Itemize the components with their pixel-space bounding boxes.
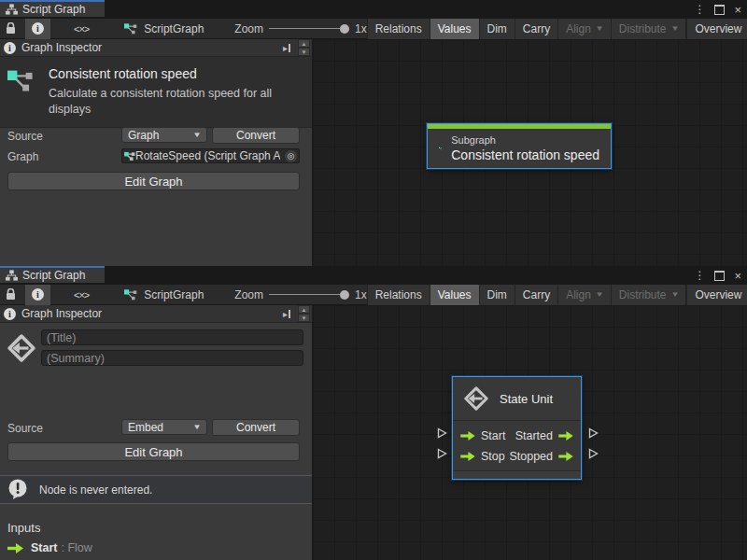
external-port-triangle-icon[interactable]: [588, 448, 599, 459]
tab-bar: Script Graph ⋮ ×: [0, 0, 747, 19]
external-port-triangle-icon[interactable]: [437, 427, 447, 439]
graph-inspector-header: i Graph Inspector ▸ ▲▼: [0, 305, 312, 323]
chevron-down-icon: ▼: [192, 131, 202, 139]
zoom-slider[interactable]: [269, 24, 349, 34]
flow-arrow-icon: [558, 452, 573, 461]
code-preview-button[interactable]: <×>: [67, 19, 95, 39]
node-title-label: Consistent rotation speed: [451, 147, 599, 162]
subgraph-icon: [124, 288, 138, 301]
input-port[interactable]: Start: [460, 429, 505, 442]
source-label: Source: [7, 130, 43, 143]
graph-canvas[interactable]: State Unit Start: [313, 305, 747, 560]
warning-bubble-icon: [7, 479, 30, 500]
node-port-row: Stop Stopped: [460, 446, 573, 467]
code-icon: <×>: [74, 289, 89, 301]
graph-inspector-header: i Graph Inspector ▸ ▲▼: [0, 39, 312, 57]
output-port[interactable]: Started: [515, 429, 573, 442]
info-icon: i: [32, 22, 44, 35]
dock-icon[interactable]: ▸: [283, 309, 290, 319]
source-label: Source: [7, 422, 43, 435]
overview-button[interactable]: Overview: [685, 285, 747, 305]
convert-button[interactable]: Convert: [212, 419, 300, 436]
tab-title: Script Graph: [22, 3, 85, 16]
graph-field-label: Graph: [7, 150, 38, 163]
state-unit-node[interactable]: State Unit Start: [452, 376, 582, 480]
carry-button[interactable]: Carry: [514, 19, 557, 39]
external-port-triangle-icon[interactable]: [437, 448, 447, 459]
node-description: Calculate a consistent rotation speed fo…: [49, 86, 273, 118]
inspector-toggle-button[interactable]: i: [25, 19, 50, 39]
values-button[interactable]: Values: [430, 19, 479, 39]
lock-icon[interactable]: [0, 285, 21, 305]
graph-breadcrumb-label: ScriptGraph: [144, 288, 204, 301]
object-picker-icon[interactable]: ◎: [285, 150, 297, 162]
graph-toolbar: i <×> ScriptGraph Zoom 1x: [0, 285, 747, 305]
align-dropdown[interactable]: Align▼: [557, 19, 611, 39]
distribute-dropdown[interactable]: Distribute▼: [611, 19, 686, 39]
graph-breadcrumb[interactable]: ScriptGraph: [118, 285, 210, 305]
tab-script-graph[interactable]: Script Graph: [0, 0, 105, 17]
maximize-icon[interactable]: [714, 271, 725, 281]
close-icon[interactable]: ×: [734, 4, 741, 16]
graph-inspector-title: Graph Inspector: [21, 307, 277, 320]
zoom-label: Zoom: [234, 22, 263, 35]
relations-button[interactable]: Relations: [367, 285, 430, 305]
scrollbar-arrows[interactable]: ▲▼: [298, 305, 310, 322]
zoom-value: 1x: [355, 22, 367, 35]
node-title: Consistent rotation speed: [49, 66, 273, 81]
subgraph-node[interactable]: Subgraph Consistent rotation speed: [427, 123, 612, 169]
zoom-slider-knob[interactable]: [340, 290, 349, 300]
inspector-toggle-button[interactable]: i: [25, 285, 50, 305]
subgraph-icon: [124, 151, 135, 161]
summary-input[interactable]: [41, 350, 303, 366]
graph-hierarchy-icon: [6, 270, 18, 281]
graph-object-field[interactable]: RotateSpeed (Script Graph A ◎: [121, 148, 300, 163]
dim-button[interactable]: Dim: [479, 19, 514, 39]
zoom-slider[interactable]: [269, 290, 349, 300]
scroll-up-icon: ▲: [298, 39, 310, 48]
lock-icon[interactable]: [0, 19, 21, 39]
zoom-slider-knob[interactable]: [340, 24, 349, 34]
relations-button[interactable]: Relations: [367, 19, 430, 39]
graph-breadcrumb-label: ScriptGraph: [144, 22, 204, 35]
zoom-label: Zoom: [234, 288, 263, 301]
input-port[interactable]: Stop: [460, 450, 505, 463]
chevron-down-icon: ▼: [192, 423, 202, 431]
title-input[interactable]: [41, 329, 303, 345]
flow-arrow-icon: [7, 543, 23, 553]
maximize-icon[interactable]: [714, 5, 725, 15]
dim-button[interactable]: Dim: [479, 285, 514, 305]
subgraph-icon: [124, 22, 138, 35]
window-menu-icon[interactable]: ⋮: [694, 270, 705, 281]
graph-inspector-panel: i Graph Inspector ▸ ▲▼ Cons: [0, 39, 313, 266]
align-dropdown[interactable]: Align▼: [557, 285, 611, 305]
carry-button[interactable]: Carry: [514, 285, 557, 305]
dock-icon[interactable]: ▸: [283, 43, 290, 53]
state-unit-icon: [464, 386, 488, 411]
convert-button[interactable]: Convert: [212, 127, 300, 144]
code-preview-button[interactable]: <×>: [67, 285, 95, 305]
scrollbar-arrows[interactable]: ▲▼: [298, 39, 310, 56]
tab-script-graph[interactable]: Script Graph: [0, 266, 105, 283]
subgraph-icon: [439, 138, 442, 159]
graph-canvas[interactable]: Subgraph Consistent rotation speed: [313, 39, 747, 266]
source-dropdown[interactable]: Graph▼: [121, 127, 207, 143]
external-port-triangle-icon[interactable]: [588, 427, 599, 439]
distribute-dropdown[interactable]: Distribute▼: [611, 285, 686, 305]
code-icon: <×>: [74, 23, 89, 35]
window-menu-icon[interactable]: ⋮: [694, 4, 705, 15]
scroll-down-icon: ▼: [298, 48, 310, 56]
chevron-down-icon: ▼: [670, 24, 680, 33]
input-port-start: Start : Flow: [7, 541, 92, 554]
source-dropdown[interactable]: Embed▼: [121, 419, 207, 435]
close-icon[interactable]: ×: [734, 270, 741, 282]
graph-object-value: RotateSpeed (Script Graph A: [135, 149, 280, 162]
values-button[interactable]: Values: [430, 285, 479, 305]
chevron-down-icon: ▼: [595, 290, 604, 299]
overview-button[interactable]: Overview: [685, 19, 747, 39]
graph-inspector-panel: i Graph Inspector ▸ ▲▼ Source Embed▼ Con…: [0, 305, 313, 560]
edit-graph-button[interactable]: Edit Graph: [7, 172, 300, 190]
edit-graph-button[interactable]: Edit Graph: [7, 442, 300, 461]
graph-breadcrumb[interactable]: ScriptGraph: [118, 19, 210, 39]
output-port[interactable]: Stopped: [509, 450, 573, 463]
